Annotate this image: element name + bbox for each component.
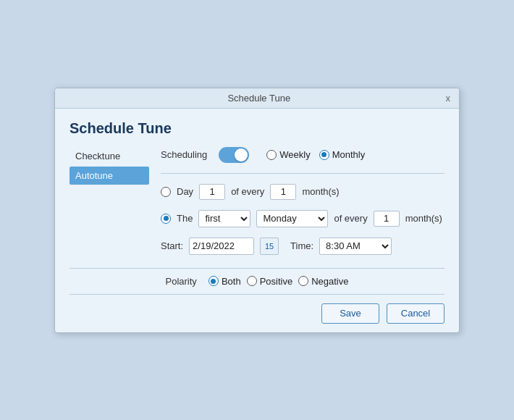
the-radio[interactable] <box>161 214 171 224</box>
calendar-button[interactable]: 15 <box>260 238 279 255</box>
time-label: Time: <box>290 240 313 251</box>
polarity-positive-label: Positive <box>260 276 293 287</box>
polarity-both-radio[interactable] <box>208 276 219 286</box>
polarity-both-option[interactable]: Both <box>208 276 241 287</box>
months-label: month(s) <box>302 186 339 197</box>
toggle-knob <box>235 148 248 161</box>
weekly-label: Weekly <box>279 149 310 160</box>
close-button[interactable]: x <box>445 93 452 103</box>
polarity-positive-option[interactable]: Positive <box>247 276 293 287</box>
divider-1 <box>161 173 445 174</box>
every-months-input[interactable] <box>270 184 296 200</box>
the-option[interactable] <box>161 214 171 224</box>
monthly-radio[interactable] <box>319 150 329 160</box>
monthly-label: Monthly <box>332 149 366 160</box>
frequency-radio-group: Weekly Monthly <box>266 149 365 160</box>
day-number-input[interactable] <box>199 184 225 200</box>
ordinal-select[interactable]: first second third fourth last <box>198 210 250 227</box>
day-label: Day <box>177 186 193 197</box>
scheduling-label: Scheduling <box>161 149 207 160</box>
polarity-negative-radio[interactable] <box>298 276 308 286</box>
window-body: Schedule Tune Checktune Autotune Schedul… <box>55 109 459 332</box>
of-every2-label: of every <box>334 213 367 224</box>
start-label: Start: <box>161 240 183 251</box>
sidebar-item-autotune[interactable]: Autotune <box>69 167 149 185</box>
weekly-radio[interactable] <box>266 150 277 160</box>
scheduling-row: Scheduling Weekly Monthly <box>161 147 445 163</box>
polarity-negative-label: Negative <box>311 276 348 287</box>
save-button[interactable]: Save <box>321 303 379 324</box>
weekly-option[interactable]: Weekly <box>266 149 310 160</box>
scheduling-toggle[interactable] <box>219 147 249 163</box>
day-row: Day of every month(s) <box>161 184 445 200</box>
day-option[interactable] <box>161 187 171 197</box>
of-every-label: of every <box>231 186 264 197</box>
start-row: Start: 15 Time: 7:00 AM 7:30 AM 8:00 AM … <box>161 238 445 255</box>
day-radio[interactable] <box>161 187 171 197</box>
time-select[interactable]: 7:00 AM 7:30 AM 8:00 AM 8:30 AM 9:00 AM <box>319 238 392 255</box>
polarity-section: Polarity Both Positive Negative <box>69 268 445 295</box>
calendar-icon: 15 <box>265 242 274 251</box>
polarity-negative-option[interactable]: Negative <box>298 276 348 287</box>
sidebar-item-checktune[interactable]: Checktune <box>69 147 149 165</box>
polarity-positive-radio[interactable] <box>247 276 257 286</box>
weekday-select[interactable]: Sunday Monday Tuesday Wednesday Thursday… <box>256 210 328 227</box>
date-input[interactable] <box>189 238 254 255</box>
polarity-label: Polarity <box>166 276 197 287</box>
sidebar: Checktune Autotune <box>69 147 149 265</box>
cancel-button[interactable]: Cancel <box>387 303 445 324</box>
months2-label: month(s) <box>405 213 442 224</box>
page-title: Schedule Tune <box>69 120 445 137</box>
form-area: Scheduling Weekly Monthly <box>161 147 445 265</box>
polarity-both-label: Both <box>222 276 241 287</box>
main-content: Checktune Autotune Scheduling <box>69 147 445 265</box>
window-title: Schedule Tune <box>74 93 445 104</box>
every-months2-input[interactable] <box>374 211 400 227</box>
footer-row: Save Cancel <box>69 303 445 324</box>
monthly-option[interactable]: Monthly <box>319 149 366 160</box>
schedule-tune-window: Schedule Tune x Schedule Tune Checktune … <box>54 88 460 333</box>
the-row: The first second third fourth last Sunda… <box>161 210 445 227</box>
title-bar: Schedule Tune x <box>55 88 459 109</box>
the-label: The <box>177 213 193 224</box>
